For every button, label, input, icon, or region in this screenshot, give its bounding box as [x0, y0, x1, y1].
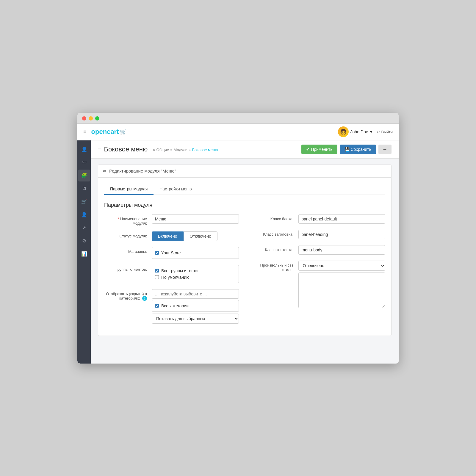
categories-label: Отображать (скрыть) в категориях: ?	[104, 289, 152, 301]
content-class-label: Класс контента:	[251, 245, 298, 252]
sidebar-icon-desktop[interactable]: 🖥	[78, 183, 90, 195]
breadcrumb-general[interactable]: Общие	[156, 148, 169, 152]
status-row: Статус модуля: Включено Отключено	[104, 231, 239, 241]
logo-cart-icon: 🛒	[120, 129, 126, 135]
panel-edit-icon: ✏	[103, 168, 107, 174]
module-name-label: Наименование модуля:	[104, 214, 152, 226]
browser-chrome	[77, 113, 399, 124]
form-grid: Наименование модуля: Статус модуля:	[104, 214, 385, 330]
logout-label: Выйти	[381, 130, 393, 134]
page-header: ≡ Боковое меню » Общие » Модули » Боково…	[91, 140, 399, 159]
section-title: Параметры модуля	[104, 202, 385, 208]
store-item-your-store[interactable]: Your Store	[155, 250, 236, 256]
stores-wrap: Your Store	[152, 247, 239, 259]
page-title-icon: ≡	[98, 146, 101, 152]
category-checkbox-all[interactable]	[155, 304, 159, 308]
breadcrumb-sep2: »	[170, 148, 172, 152]
module-name-row: Наименование модуля:	[104, 214, 239, 226]
status-toggle-group: Включено Отключено	[152, 231, 239, 241]
customer-groups-label: Группы клиентов:	[104, 265, 152, 272]
apply-button[interactable]: ✔ Применить	[301, 145, 337, 154]
heading-class-row: Класс заголовка:	[251, 230, 386, 239]
customer-groups-wrap: Все группы и гости По умолчанию	[152, 265, 239, 283]
heading-class-input[interactable]	[298, 230, 386, 239]
page-title-area: ≡ Боковое меню » Общие » Модули » Боково…	[98, 145, 218, 153]
store-label-your-store: Your Store	[161, 250, 181, 255]
category-search	[152, 289, 239, 299]
panel-heading-label: Редактирование модуля "Меню"	[109, 168, 176, 173]
sidebar-icon-settings[interactable]: ⚙	[78, 235, 90, 247]
browser-window: ≡ opencart 🛒 🧑 John Doe ▾ ↩ Выйти 👤 🏷 🧩 …	[77, 113, 399, 364]
traffic-lights	[82, 116, 394, 120]
sidebar-icon-puzzle[interactable]: 🧩	[78, 170, 90, 181]
block-class-wrap	[298, 214, 386, 224]
content-class-input[interactable]	[298, 245, 386, 255]
category-label-all: Все категории	[161, 303, 189, 308]
sidebar-icon-share[interactable]: ↗	[78, 222, 90, 234]
custom-css-select[interactable]: Отключено Включено	[298, 261, 386, 271]
user-name: John Doe	[350, 129, 368, 134]
sidebar-icon-user[interactable]: 👤	[78, 209, 90, 221]
store-checkbox-your-store[interactable]	[155, 251, 159, 255]
group-checkbox-default[interactable]	[155, 275, 159, 279]
breadcrumb-sep3: »	[189, 148, 191, 152]
logout-button[interactable]: ↩ Выйти	[377, 130, 393, 134]
customer-groups-list: Все группы и гости По умолчанию	[152, 265, 239, 283]
group-item-default[interactable]: По умолчанию	[155, 274, 236, 281]
save-button[interactable]: 💾 Сохранить	[340, 145, 376, 154]
sidebar: 👤 🏷 🧩 🖥 🛒 👤 ↗ ⚙ 📊	[77, 140, 91, 364]
tab-menu-settings[interactable]: Настройки меню	[154, 184, 198, 195]
content-class-row: Класс контента:	[251, 245, 386, 255]
avatar: 🧑	[338, 126, 349, 137]
heading-class-wrap	[298, 230, 386, 239]
tab-module-params[interactable]: Параметры модуля	[104, 184, 154, 195]
main-panel: ✏ Редактирование модуля "Меню" Параметры…	[98, 165, 392, 336]
back-button[interactable]: ↩	[378, 145, 392, 154]
traffic-light-green[interactable]	[95, 116, 99, 120]
customer-groups-row: Группы клиентов: Все группы и гости	[104, 265, 239, 283]
module-name-input[interactable]	[152, 214, 239, 224]
content-body: ✏ Редактирование модуля "Меню" Параметры…	[91, 159, 399, 348]
group-checkbox-all[interactable]	[155, 269, 159, 273]
sidebar-icon-tags[interactable]: 🏷	[78, 156, 90, 168]
categories-wrap: Все категории Показать для выбранных	[152, 289, 239, 324]
breadcrumb: » Общие » Модули » Боковое меню	[153, 146, 218, 152]
toggle-disabled[interactable]: Отключено	[184, 231, 218, 241]
breadcrumb-current: Боковое меню	[192, 148, 218, 152]
logo-text: opencart	[91, 128, 119, 136]
status-label: Статус модуля:	[104, 231, 152, 238]
user-menu[interactable]: 🧑 John Doe ▾	[338, 126, 372, 137]
top-navbar: ≡ opencart 🛒 🧑 John Doe ▾ ↩ Выйти	[77, 124, 399, 140]
custom-css-textarea[interactable]	[298, 273, 386, 308]
group-label-all: Все группы и гости	[161, 268, 198, 273]
categories-display-select[interactable]: Показать для выбранных	[152, 314, 239, 324]
block-class-row: Класс блока:	[251, 214, 386, 224]
custom-css-row: Произвольный css стиль: Отключено Включе…	[251, 261, 386, 309]
categories-list: Все категории	[152, 300, 239, 312]
traffic-light-red[interactable]	[82, 116, 86, 120]
traffic-light-yellow[interactable]	[89, 116, 93, 120]
block-class-label: Класс блока:	[251, 214, 298, 221]
sidebar-icon-dashboard[interactable]: 👤	[78, 143, 90, 155]
breadcrumb-modules[interactable]: Модули	[174, 148, 188, 152]
content-class-wrap	[298, 245, 386, 255]
sidebar-icon-cart[interactable]: 🛒	[78, 196, 90, 208]
logo[interactable]: opencart 🛒	[91, 128, 127, 136]
panel-heading: ✏ Редактирование модуля "Меню"	[98, 165, 391, 178]
block-class-input[interactable]	[298, 214, 386, 224]
form-left-column: Наименование модуля: Статус модуля:	[104, 214, 239, 330]
help-icon: ?	[142, 296, 147, 301]
group-item-all[interactable]: Все группы и гости	[155, 267, 236, 274]
page-title: Боковое меню	[104, 145, 148, 153]
app-layout: 👤 🏷 🧩 🖥 🛒 👤 ↗ ⚙ 📊 ≡ Боковое меню » Общие	[77, 140, 399, 364]
category-item-all[interactable]: Все категории	[155, 303, 236, 309]
toggle-enabled[interactable]: Включено	[152, 231, 184, 241]
sidebar-icon-chart[interactable]: 📊	[78, 248, 90, 260]
form-right-column: Класс блока: Класс заголовка:	[251, 214, 386, 330]
hamburger-icon[interactable]: ≡	[83, 129, 87, 135]
custom-css-label: Произвольный css стиль:	[251, 261, 298, 272]
category-search-input[interactable]	[152, 289, 239, 299]
status-wrap: Включено Отключено	[152, 231, 239, 241]
panel-body: Параметры модуля Настройки меню Параметр…	[98, 178, 391, 336]
module-name-wrap	[152, 214, 239, 224]
